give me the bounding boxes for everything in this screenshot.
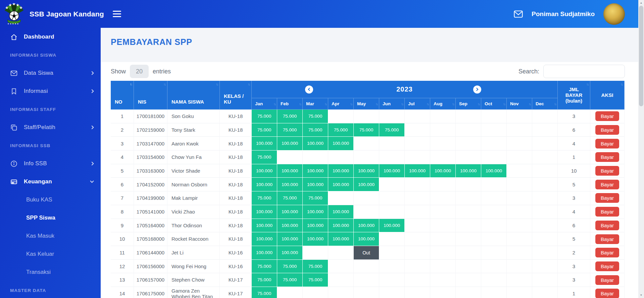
bayar-button[interactable]: Bayar	[595, 152, 619, 162]
sort-icon[interactable]: ↑↓	[586, 82, 588, 86]
sidebar-item-staff-pelatih[interactable]: Staff/Pelatih	[0, 118, 101, 136]
col-header-mar[interactable]: Mar↑↓	[303, 98, 328, 110]
col-header-nis[interactable]: NIS ↑↓	[134, 81, 167, 110]
month-cell: 75.000	[379, 123, 405, 137]
month-cell	[532, 123, 558, 137]
page-size-select[interactable]: 20	[130, 65, 149, 78]
sort-icon[interactable]: ↑↓	[376, 102, 378, 106]
row-name: Norman Osborn	[167, 178, 220, 191]
month-cell	[456, 110, 481, 123]
bayar-button[interactable]: Bayar	[595, 275, 619, 285]
sidebar-section-informasi-siswa: INFORMASI SISWA	[0, 46, 101, 64]
sort-icon[interactable]: ↑↓	[325, 102, 327, 106]
bayar-button[interactable]: Bayar	[595, 234, 619, 244]
sidebar-item-informasi[interactable]: Informasi	[0, 82, 101, 100]
col-header-nov[interactable]: Nov↑↓	[507, 98, 532, 110]
month-cell: 75.000	[277, 110, 303, 123]
row-action-cell: Bayar	[590, 232, 625, 246]
sort-icon[interactable]: ↑↓	[350, 102, 352, 106]
col-header-sep[interactable]: Sep↑↓	[456, 98, 481, 110]
scrollbar-thumb[interactable]	[639, 6, 643, 106]
sort-icon[interactable]: ↑↓	[401, 102, 403, 106]
sort-icon[interactable]: ↑↓	[274, 102, 276, 106]
sidebar-item-transaksi[interactable]: Transaksi	[0, 263, 101, 281]
row-jml: 6	[558, 123, 590, 137]
col-header-dec[interactable]: Dec↑↓	[532, 98, 558, 110]
sort-icon[interactable]: ↑↓	[452, 102, 454, 106]
sort-icon[interactable]: ↑↓	[529, 102, 531, 106]
col-header-apr[interactable]: Apr↑↓	[328, 98, 354, 110]
month-cell	[532, 151, 558, 164]
month-cell	[481, 191, 507, 205]
month-cell	[507, 164, 532, 178]
bayar-button[interactable]: Bayar	[595, 261, 619, 271]
month-cell: 100.000	[303, 137, 328, 151]
bayar-button[interactable]: Bayar	[595, 111, 619, 121]
col-header-oct[interactable]: Oct↑↓	[481, 98, 507, 110]
sidebar-item-kas-masuk[interactable]: Kas Masuk	[0, 227, 101, 245]
col-header-jan[interactable]: Jan↑↓	[252, 98, 277, 110]
col-header-feb[interactable]: Feb↑↓	[277, 98, 303, 110]
sort-icon[interactable]: ↑↓	[299, 102, 301, 106]
mail-icon[interactable]	[514, 10, 523, 18]
sort-icon[interactable]: ↑↓	[216, 82, 218, 86]
bayar-button[interactable]: Bayar	[595, 180, 619, 189]
sidebar-item-data-siswa[interactable]: Data Siswa	[0, 64, 101, 82]
scroll-up-icon[interactable]: ▲	[638, 0, 644, 6]
month-cell	[430, 260, 456, 274]
search-input[interactable]	[543, 65, 625, 78]
sort-icon[interactable]: ↑↓	[503, 102, 505, 106]
col-header-jun[interactable]: Jun↑↓	[379, 98, 405, 110]
row-nis: 1702159000	[134, 123, 167, 137]
sidebar-item-keuangan[interactable]: Keuangan	[0, 173, 101, 191]
next-year-button[interactable]	[473, 85, 481, 94]
sidebar-item-info-ssb[interactable]: Info SSB	[0, 155, 101, 173]
year-header: 2023	[252, 81, 558, 98]
sidebar-item-buku-kas[interactable]: Buku KAS	[0, 191, 101, 209]
bayar-button[interactable]: Bayar	[595, 139, 619, 148]
sidebar-item-spp-siswa[interactable]: SPP Siswa	[0, 209, 101, 227]
sort-icon[interactable]: ↑↓	[163, 82, 165, 86]
sort-icon[interactable]: ↑↓	[554, 102, 556, 106]
col-header-aug[interactable]: Aug↑↓	[430, 98, 456, 110]
col-header-no[interactable]: NO ↑↓	[111, 81, 134, 110]
svg-text:★ ★ ★ ★ ★: ★ ★ ★ ★ ★	[7, 23, 19, 25]
col-header-may[interactable]: May↑↓	[354, 98, 379, 110]
bayar-button[interactable]: Bayar	[595, 289, 619, 298]
svg-text:★: ★	[12, 3, 16, 6]
scroll-down-icon[interactable]: ▼	[638, 292, 644, 298]
brand: ★ ★ ★ ★ ★ ★ ★ ★ ★ ★ SSB Jagoan Kandang	[0, 3, 101, 25]
avatar[interactable]	[603, 3, 625, 25]
user-name[interactable]: Poniman Sudjatmiko	[532, 10, 595, 18]
sort-icon[interactable]: ↑↓	[130, 82, 132, 86]
month-cell: 100.000	[303, 164, 328, 178]
month-cell	[481, 260, 507, 274]
row-jml: 4	[558, 205, 590, 219]
sort-icon[interactable]: ↑↓	[248, 82, 250, 86]
col-header-jul[interactable]: Jul↑↓	[405, 98, 430, 110]
month-cell	[430, 191, 456, 205]
bayar-button[interactable]: Bayar	[595, 207, 619, 217]
month-cell	[507, 260, 532, 274]
sort-icon[interactable]: ↑↓	[621, 82, 623, 86]
row-name: Rocket Raccoon	[167, 232, 220, 246]
sort-icon[interactable]: ↑↓	[478, 102, 480, 106]
bayar-button[interactable]: Bayar	[595, 221, 619, 230]
bayar-button[interactable]: Bayar	[595, 125, 619, 135]
col-header-jml[interactable]: JML BAYAR (bulan) ↑↓	[558, 81, 590, 110]
col-header-kelas[interactable]: KELAS / KU ↑↓	[220, 81, 252, 110]
month-cell	[481, 178, 507, 191]
bayar-button[interactable]: Bayar	[595, 248, 619, 257]
menu-icon[interactable]	[113, 11, 121, 17]
vertical-scrollbar[interactable]: ▲ ▼	[638, 0, 644, 298]
col-header-aksi[interactable]: AKSI ↑↓	[590, 81, 625, 110]
sidebar-item-kas-keluar[interactable]: Kas Keluar	[0, 245, 101, 263]
bayar-button[interactable]: Bayar	[595, 166, 619, 176]
sort-icon[interactable]: ↑↓	[427, 102, 429, 106]
sidebar-item-dashboard[interactable]: Dashboard	[0, 28, 101, 46]
col-header-nama[interactable]: NAMA SISWA ↑↓	[167, 81, 220, 110]
row-nis: 1705168000	[134, 232, 167, 246]
bayar-button[interactable]: Bayar	[595, 193, 619, 203]
month-cell	[354, 205, 379, 219]
prev-year-button[interactable]	[305, 85, 313, 94]
